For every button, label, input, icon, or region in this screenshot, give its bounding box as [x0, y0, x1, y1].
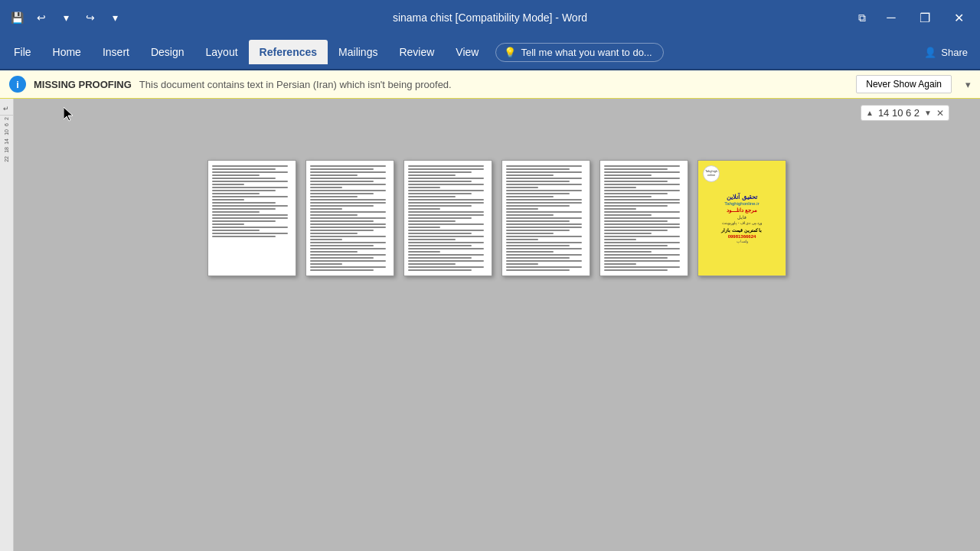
- font-down-icon[interactable]: ▼: [924, 109, 932, 117]
- page-line: [212, 181, 288, 182]
- page-line: [506, 263, 538, 265]
- page-line: [408, 254, 484, 256]
- page-line: [408, 202, 484, 204]
- page-line: [310, 220, 374, 222]
- font-size-values: 14 10 6 2: [875, 107, 923, 119]
- page-line: [604, 171, 680, 173]
- chevron-down-icon: ▾: [64, 11, 69, 24]
- page-line: [408, 251, 440, 253]
- ruler-mark-18: 18: [4, 145, 9, 155]
- page-line: [604, 217, 680, 219]
- tab-insert[interactable]: Insert: [92, 40, 140, 64]
- tab-layout[interactable]: Layout: [195, 40, 249, 64]
- user-icon: 👤: [924, 47, 936, 58]
- page-line: [310, 260, 386, 262]
- page-line: [212, 223, 244, 225]
- font-controls-close-icon[interactable]: ✕: [936, 108, 944, 119]
- tab-home[interactable]: Home: [42, 40, 92, 64]
- page-line: [408, 257, 472, 259]
- page-line: [506, 254, 582, 256]
- page-line: [310, 214, 358, 216]
- tab-view[interactable]: View: [445, 40, 489, 64]
- page-line: [408, 230, 484, 231]
- close-button[interactable]: ✕: [943, 6, 974, 29]
- page-line: [408, 266, 484, 268]
- page-line: [310, 199, 386, 201]
- page-line: [506, 202, 582, 204]
- ad-line3: ورد،پی دی اف - پاورپوینت: [722, 220, 761, 225]
- page-line: [212, 187, 288, 188]
- document-page-5[interactable]: [599, 160, 688, 276]
- minimize-icon: ─: [887, 11, 895, 24]
- main-content: ▲ 14 10 6 2 ▼ ✕: [14, 99, 980, 551]
- page-line: [408, 181, 472, 182]
- undo-button[interactable]: ↩: [31, 7, 52, 28]
- page-line: [310, 178, 386, 179]
- page-line: [408, 190, 484, 191]
- save-button[interactable]: 💾: [6, 7, 28, 28]
- page-line: [604, 205, 668, 207]
- page-line: [604, 257, 668, 259]
- maximize-button[interactable]: ❐: [910, 6, 940, 29]
- page-line: [310, 184, 386, 185]
- tell-me-box[interactable]: 💡 Tell me what you want to do...: [495, 43, 664, 62]
- document-page-4[interactable]: [501, 160, 590, 276]
- never-show-again-button[interactable]: Never Show Again: [856, 75, 952, 93]
- page-line: [604, 236, 680, 237]
- document-page-6[interactable]: Tahghighonline تحقیق آنلاین Tahghighonli…: [697, 160, 786, 276]
- page-line: [506, 174, 554, 176]
- notification-icon: i: [9, 76, 26, 93]
- minimize-button[interactable]: ─: [876, 6, 906, 29]
- notification-chevron-icon[interactable]: ▾: [965, 79, 971, 90]
- font-up-icon[interactable]: ▲: [866, 109, 874, 117]
- ad-logo: Tahghighonline: [703, 165, 720, 182]
- page-line: [408, 171, 472, 173]
- ruler-mark-22: 22: [4, 155, 9, 164]
- page-line: [506, 214, 554, 216]
- document-page-3[interactable]: [403, 160, 492, 276]
- page-line: [604, 202, 680, 204]
- page-line: [212, 168, 276, 170]
- page-line: [506, 168, 570, 170]
- tab-references[interactable]: References: [249, 40, 328, 64]
- page-line: [408, 178, 484, 179]
- page-line: [408, 260, 484, 262]
- page-line: [506, 220, 570, 222]
- page-line: [408, 205, 472, 207]
- page-line: [604, 193, 668, 194]
- tab-mailings[interactable]: Mailings: [328, 40, 388, 64]
- page-line: [212, 211, 260, 213]
- page-line: [506, 239, 538, 240]
- customize-button[interactable]: ▾: [104, 7, 126, 28]
- page-line: [604, 199, 680, 201]
- document-page-2[interactable]: [305, 160, 394, 276]
- share-button[interactable]: 👤 Share: [915, 42, 977, 63]
- undo-dropdown-button[interactable]: ▾: [55, 7, 77, 28]
- page-line: [310, 242, 386, 243]
- page-line: [506, 248, 582, 249]
- page-line: [408, 214, 484, 216]
- document-page-1[interactable]: [207, 160, 296, 276]
- save-icon: 💾: [11, 11, 24, 24]
- tab-review[interactable]: Review: [388, 40, 445, 64]
- page-line: [506, 190, 582, 191]
- page-line: [212, 199, 244, 201]
- page-line: [310, 254, 386, 256]
- page-line: [310, 187, 342, 188]
- page-line: [310, 251, 358, 253]
- page-line: [506, 208, 538, 210]
- redo-button[interactable]: ↪: [80, 7, 101, 28]
- page-line: [604, 184, 680, 185]
- page-line: [310, 174, 358, 176]
- redo-icon: ↪: [86, 11, 95, 24]
- page-line: [310, 245, 374, 246]
- page-line: [506, 171, 582, 173]
- tab-file[interactable]: File: [3, 40, 42, 64]
- ruler-mark-2: 2: [4, 116, 9, 122]
- page-line: [604, 223, 680, 225]
- tab-design[interactable]: Design: [140, 40, 195, 64]
- page-line: [408, 193, 472, 194]
- restore-button[interactable]: ⧉: [851, 7, 873, 28]
- page-line: [310, 236, 386, 237]
- page-line: [506, 260, 582, 262]
